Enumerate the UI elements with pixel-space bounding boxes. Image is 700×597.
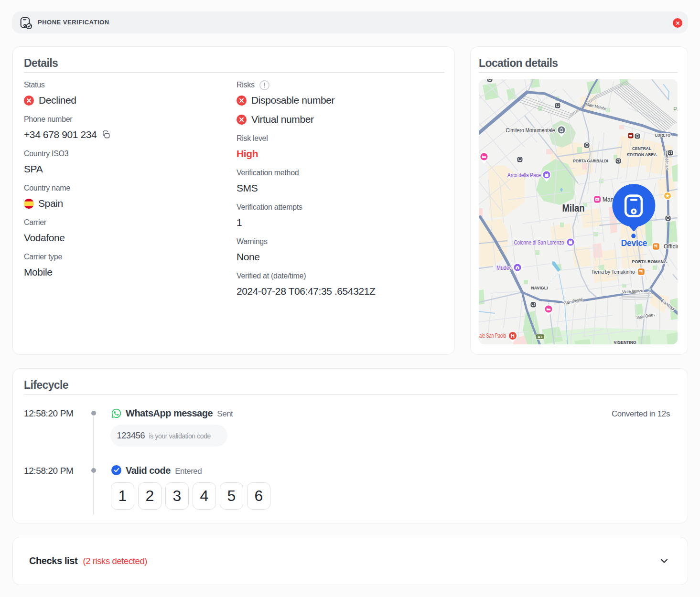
- svg-text:Pa: Pa: [673, 106, 678, 113]
- svg-text:Milan: Milan: [562, 202, 585, 214]
- svg-text:A7: A7: [538, 335, 543, 339]
- svg-text:Cimitero Monumentale: Cimitero Monumentale: [506, 127, 555, 134]
- svg-text:VIGENTINO: VIGENTINO: [614, 340, 636, 344]
- svg-text:STATION AREA: STATION AREA: [627, 152, 657, 157]
- svg-text:PORTA ROMANA: PORTA ROMANA: [632, 259, 667, 264]
- svg-text:Officin: Officin: [664, 243, 678, 250]
- svg-text:Colonne di San Lorenzo: Colonne di San Lorenzo: [514, 239, 564, 246]
- svg-text:ale San Paolo: ale San Paolo: [479, 332, 506, 339]
- svg-text:CENTRAL: CENTRAL: [632, 146, 651, 151]
- svg-text:LORETO: LORETO: [655, 132, 670, 138]
- svg-text:PORTA GARIBALDI: PORTA GARIBALDI: [573, 158, 608, 163]
- svg-text:H: H: [511, 333, 515, 339]
- svg-text:Device: Device: [621, 238, 647, 248]
- svg-text:Mudec: Mudec: [496, 265, 512, 271]
- svg-text:NAVIGLI: NAVIGLI: [531, 285, 548, 290]
- svg-text:Arco della Pace: Arco della Pace: [507, 172, 541, 179]
- svg-text:Tierra by Temakinho: Tierra by Temakinho: [592, 269, 635, 275]
- svg-text:Man: Man: [603, 196, 614, 203]
